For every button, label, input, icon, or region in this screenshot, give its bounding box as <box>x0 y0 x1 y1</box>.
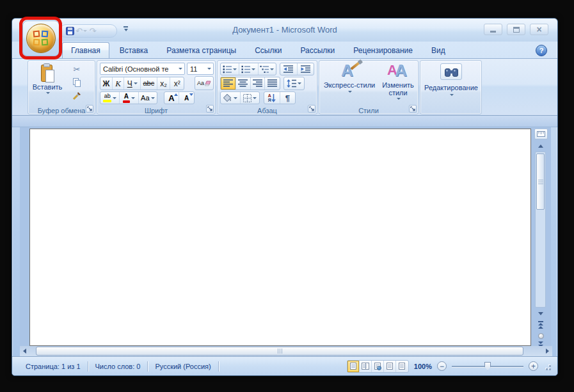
line-spacing-button[interactable] <box>283 77 305 90</box>
align-left-icon <box>223 79 233 88</box>
scroll-left-button[interactable] <box>20 346 29 356</box>
borders-button[interactable] <box>241 92 260 104</box>
print-layout-view-button[interactable] <box>347 361 360 372</box>
font-size-combo[interactable]: 11 <box>187 63 214 75</box>
underline-button[interactable]: Ч <box>124 77 141 90</box>
zoom-level[interactable]: 100% <box>414 363 432 370</box>
paragraph-dialog-launcher[interactable] <box>308 105 315 113</box>
minimize-button[interactable] <box>484 24 502 35</box>
outline-view-button[interactable] <box>384 361 396 372</box>
decrease-indent-button[interactable] <box>280 63 298 75</box>
shading-button[interactable] <box>221 92 241 104</box>
align-center-button[interactable] <box>236 77 251 90</box>
sort-button[interactable]: АЯ <box>264 92 280 104</box>
styles-dialog-launcher[interactable] <box>409 105 417 113</box>
help-button[interactable]: ? <box>536 45 547 56</box>
align-left-button[interactable] <box>221 77 236 90</box>
dialog-launcher-icon <box>87 106 92 111</box>
change-styles-dropdown-arrow <box>397 98 401 100</box>
vertical-scroll-thumb[interactable] <box>536 153 545 210</box>
show-paragraph-marks-button[interactable]: ¶ <box>280 92 296 104</box>
document-page[interactable] <box>29 129 531 346</box>
ruler-toggle-button[interactable] <box>534 129 548 139</box>
quick-styles-dropdown-arrow <box>348 91 352 93</box>
clipboard-dialog-launcher[interactable] <box>86 105 93 113</box>
numbering-button[interactable] <box>239 63 258 75</box>
tab-recenzirovanie[interactable]: Рецензирование <box>345 43 421 58</box>
zoom-in-button[interactable]: + <box>529 361 538 371</box>
font-name-combo[interactable]: Calibri (Основной те <box>100 63 185 75</box>
paste-button[interactable]: Вставить <box>31 62 64 104</box>
superscript-button[interactable]: x² <box>170 77 184 90</box>
select-browse-object-button[interactable] <box>536 331 546 340</box>
plus-icon: + <box>531 363 536 370</box>
vertical-scroll-track[interactable] <box>535 152 546 308</box>
align-right-button[interactable] <box>251 77 266 90</box>
subscript-button[interactable]: x₂ <box>157 77 171 90</box>
previous-page-button[interactable] <box>536 320 546 329</box>
close-button[interactable]: × <box>530 24 548 35</box>
dialog-launcher-icon <box>309 106 314 111</box>
horizontal-scroll-thumb[interactable] <box>36 347 523 356</box>
word-count[interactable]: Число слов: 0 <box>88 357 148 375</box>
window-title: Документ1 - Microsoft Word <box>12 25 557 35</box>
copy-button[interactable] <box>68 76 86 90</box>
tab-razmetka-stranicy[interactable]: Разметка страницы <box>158 43 244 58</box>
grow-font-button[interactable]: А <box>164 92 179 104</box>
clear-formatting-button[interactable]: Аа <box>195 76 214 90</box>
dialog-launcher-icon <box>410 106 415 111</box>
tab-vid[interactable]: Вид <box>423 43 454 58</box>
multilevel-dropdown-arrow <box>270 68 274 70</box>
text-highlight-button[interactable]: ab <box>100 92 120 104</box>
zoom-slider-thumb[interactable] <box>484 362 491 371</box>
zoom-slider[interactable] <box>452 362 523 371</box>
shrink-font-button[interactable]: А <box>179 92 194 104</box>
maximize-button[interactable] <box>507 24 525 35</box>
quick-styles-button[interactable]: A Экспресс-стили <box>321 62 378 104</box>
web-layout-view-button[interactable] <box>372 361 384 372</box>
strikethrough-button[interactable]: abc <box>141 77 157 90</box>
clear-formatting-icon: Аа <box>197 80 204 86</box>
zoom-out-button[interactable]: − <box>437 361 447 371</box>
font-dialog-launcher[interactable] <box>206 105 214 113</box>
borders-icon <box>243 94 251 102</box>
change-styles-button[interactable]: A A Изменить стили <box>379 62 417 104</box>
change-styles-icon: A A <box>387 62 409 81</box>
increase-indent-button[interactable] <box>298 63 314 75</box>
align-center-icon <box>238 79 248 88</box>
list-shelf <box>220 63 276 75</box>
window-resize-grip[interactable] <box>543 363 551 370</box>
full-screen-reading-view-button[interactable] <box>360 361 372 372</box>
page-indicator[interactable]: Страница: 1 из 1 <box>19 357 88 375</box>
annotation-highlight <box>19 17 62 59</box>
increase-indent-icon <box>301 65 310 74</box>
bold-button[interactable]: Ж <box>100 77 113 90</box>
italic-button[interactable]: К <box>113 77 125 90</box>
format-painter-button[interactable] <box>68 89 86 102</box>
change-case-button[interactable]: Аа <box>139 92 157 104</box>
document-area <box>20 127 551 346</box>
justify-button[interactable] <box>265 77 280 90</box>
bullets-icon <box>223 65 232 74</box>
scroll-up-button[interactable] <box>535 141 546 150</box>
screenshot-root: ↶ ↷ Документ1 - Microsoft Word × <box>0 0 574 392</box>
horizontal-scroll-track[interactable] <box>29 347 543 356</box>
font-color-button[interactable]: А <box>120 92 138 104</box>
bullets-button[interactable] <box>221 63 239 75</box>
editing-button[interactable]: Редактирование <box>422 62 480 104</box>
tab-rassylki[interactable]: Рассылки <box>292 43 343 58</box>
tab-vstavka[interactable]: Вставка <box>111 43 157 58</box>
scroll-down-button[interactable] <box>535 309 546 318</box>
tab-glavnaya[interactable]: Главная <box>62 42 109 58</box>
line-spacing-icon <box>287 79 296 88</box>
ribbon-tabstrip: Главная Вставка Разметка страницы Ссылки… <box>12 42 557 58</box>
cut-button[interactable]: ✂ <box>68 63 86 76</box>
language-indicator[interactable]: Русский (Россия) <box>148 357 218 375</box>
multilevel-list-button[interactable] <box>259 63 276 75</box>
alignment-shelf <box>220 77 280 90</box>
shading-bucket-icon <box>223 94 232 102</box>
tab-ssylki[interactable]: Ссылки <box>246 43 290 58</box>
arrow-down-icon <box>538 312 543 315</box>
scroll-right-button[interactable] <box>543 346 552 356</box>
draft-view-button[interactable] <box>396 361 408 372</box>
